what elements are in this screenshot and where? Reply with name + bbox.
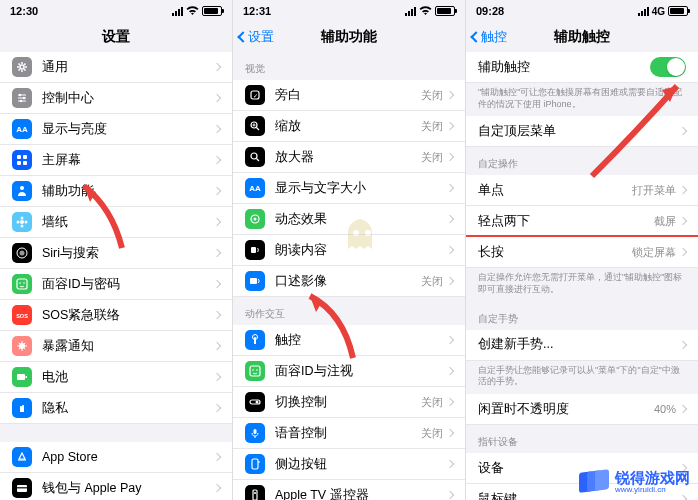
svg-rect-5 <box>17 155 21 159</box>
watermark-logo-icon <box>579 470 609 494</box>
svg-rect-42 <box>254 429 257 434</box>
row-label: 显示与亮度 <box>42 121 214 138</box>
battery-icon <box>435 6 455 16</box>
gear-icon <box>12 57 32 77</box>
settings-row[interactable]: 语音控制关闭 <box>233 418 465 449</box>
section-header-vision: 视觉 <box>233 52 465 80</box>
row-value: 关闭 <box>421 88 443 103</box>
row-label: 长按 <box>478 244 632 261</box>
settings-row[interactable]: 主屏幕 <box>0 145 232 176</box>
svg-rect-37 <box>250 366 260 376</box>
svg-point-2 <box>23 97 25 99</box>
row-label: 显示与文字大小 <box>275 180 447 197</box>
settings-row[interactable]: 放大器关闭 <box>233 142 465 173</box>
custom-top-menu-row[interactable]: 自定顶层菜单 <box>466 116 698 147</box>
settings-screen: 12:30 设置 通用控制中心AA显示与亮度主屏幕辅助功能墙纸Siri与搜索面容… <box>0 0 233 500</box>
settings-row[interactable]: 长按锁定屏幕 <box>466 237 698 268</box>
virus-icon <box>12 336 32 356</box>
svg-point-16 <box>20 251 25 256</box>
settings-row[interactable]: 面容ID与注视 <box>233 356 465 387</box>
svg-rect-8 <box>23 161 27 165</box>
toggle-switch[interactable] <box>650 57 686 77</box>
settings-row[interactable]: Apple TV 遥控器 <box>233 480 465 500</box>
voice-icon <box>245 423 265 443</box>
settings-row[interactable]: 轻点两下截屏 <box>466 206 698 237</box>
settings-row[interactable]: 面容ID与密码 <box>0 269 232 300</box>
back-button[interactable]: 触控 <box>472 28 507 46</box>
row-label: 隐私 <box>42 400 214 417</box>
row-label: 创建新手势... <box>478 336 680 353</box>
svg-point-19 <box>23 282 25 284</box>
signal-icon <box>172 7 183 16</box>
settings-row[interactable]: 触控 <box>233 325 465 356</box>
settings-row[interactable]: 控制中心 <box>0 83 232 114</box>
section-header-custom-actions: 自定操作 <box>466 147 698 175</box>
chevron-right-icon <box>213 484 221 492</box>
row-label: 轻点两下 <box>478 213 654 230</box>
chevron-right-icon <box>213 187 221 195</box>
svg-rect-44 <box>259 461 260 463</box>
section-header-gestures: 自定手势 <box>466 302 698 330</box>
chevron-right-icon <box>679 341 687 349</box>
settings-row[interactable]: 钱包与 Apple Pay <box>0 473 232 500</box>
page-title: 辅助触控 <box>554 28 610 46</box>
row-label: 墙纸 <box>42 214 214 231</box>
svg-rect-17 <box>17 279 27 289</box>
settings-row[interactable]: 缩放关闭 <box>233 111 465 142</box>
settings-row[interactable]: 切换控制关闭 <box>233 387 465 418</box>
svg-point-3 <box>20 100 22 102</box>
chevron-right-icon <box>213 156 221 164</box>
chevron-right-icon <box>213 249 221 257</box>
battery-icon <box>12 367 32 387</box>
svg-rect-45 <box>253 490 257 500</box>
settings-row[interactable]: App Store <box>0 442 232 473</box>
svg-point-30 <box>251 153 257 159</box>
face-icon <box>12 274 32 294</box>
row-value: 打开菜单 <box>632 183 676 198</box>
nav-bar: 设置 辅助功能 <box>233 22 465 52</box>
chevron-right-icon <box>679 127 687 135</box>
settings-row[interactable]: ✓旁白关闭 <box>233 80 465 111</box>
svg-rect-23 <box>26 376 28 378</box>
svg-point-51 <box>353 230 359 236</box>
settings-row[interactable]: 墙纸 <box>0 207 232 238</box>
settings-row[interactable]: 辅助功能 <box>0 176 232 207</box>
row-label: 控制中心 <box>42 90 214 107</box>
svg-point-46 <box>254 492 256 494</box>
settings-row[interactable]: 口述影像关闭 <box>233 266 465 297</box>
idle-opacity-row[interactable]: 闲置时不透明度 40% <box>466 394 698 425</box>
aa-icon: AA <box>245 178 265 198</box>
hand-icon <box>12 398 32 418</box>
page-title: 设置 <box>102 28 130 46</box>
wifi-icon <box>186 6 199 16</box>
signal-icon <box>405 7 416 16</box>
svg-text:SOS: SOS <box>16 313 28 319</box>
settings-row[interactable]: AA显示与亮度 <box>0 114 232 145</box>
settings-row[interactable]: 隐私 <box>0 393 232 424</box>
settings-row[interactable]: 通用 <box>0 52 232 83</box>
nav-bar: 触控 辅助触控 <box>466 22 698 52</box>
assistivetouch-toggle-row[interactable]: 辅助触控 <box>466 52 698 83</box>
watermark-name: 锐得游戏网 <box>615 470 690 485</box>
settings-row[interactable]: Siri与搜索 <box>0 238 232 269</box>
svg-text:AA: AA <box>249 184 261 193</box>
row-value: 关闭 <box>421 274 443 289</box>
create-gesture-row[interactable]: 创建新手势... <box>466 330 698 361</box>
voiceover-icon: ✓ <box>245 85 265 105</box>
row-label: 辅助功能 <box>42 183 214 200</box>
settings-row[interactable]: SOSSOS紧急联络 <box>0 300 232 331</box>
chevron-right-icon <box>213 125 221 133</box>
settings-row[interactable]: AA显示与文字大小 <box>233 173 465 204</box>
aa-icon: AA <box>12 119 32 139</box>
svg-point-39 <box>256 369 258 371</box>
wifi-icon <box>419 6 432 16</box>
settings-row[interactable]: 单点打开菜单 <box>466 175 698 206</box>
back-button[interactable]: 设置 <box>239 28 274 46</box>
ghost-watermark-icon <box>340 215 384 255</box>
settings-row[interactable]: 电池 <box>0 362 232 393</box>
settings-row[interactable]: 侧边按钮 <box>233 449 465 480</box>
section-header-motor: 动作交互 <box>233 297 465 325</box>
svg-rect-6 <box>23 155 27 159</box>
settings-row[interactable]: 暴露通知 <box>0 331 232 362</box>
page-title: 辅助功能 <box>321 28 377 46</box>
